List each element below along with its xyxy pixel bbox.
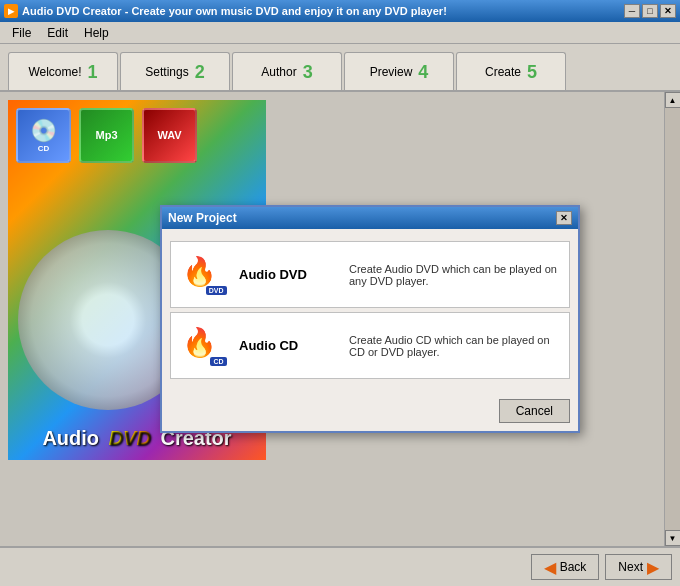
back-arrow-icon: ◀ [544, 558, 556, 577]
back-label: Back [560, 560, 587, 574]
tab-author-label: Author [261, 65, 296, 79]
dialog-footer: Cancel [162, 391, 578, 431]
dialog-title: New Project [168, 211, 237, 225]
cd-badge: CD [210, 357, 226, 366]
dvd-flame-icon: 🔥 [182, 255, 217, 288]
main-content: 💿 CD Mp3 WAV Audio DVD Creator ▲ [0, 90, 680, 546]
tab-settings-number: 2 [195, 63, 205, 81]
dialog-overlay: New Project ✕ 🔥 DVD Audio DVD Create Aud… [0, 92, 680, 546]
dialog-content: 🔥 DVD Audio DVD Create Audio DVD which c… [162, 229, 578, 391]
tab-create-label: Create [485, 65, 521, 79]
audio-dvd-description: Create Audio DVD which can be played on … [349, 263, 561, 287]
audio-cd-icon: 🔥 CD [179, 323, 229, 368]
dialog-close-button[interactable]: ✕ [556, 211, 572, 225]
cd-disc-icon: 🔥 CD [182, 326, 227, 366]
menubar: File Edit Help [0, 22, 680, 44]
tab-welcome[interactable]: Welcome! 1 [8, 52, 118, 90]
minimize-button[interactable]: ─ [624, 4, 640, 18]
dvd-badge: DVD [206, 286, 227, 295]
audio-cd-label: Audio CD [239, 338, 339, 353]
bottombar: ◀ Back Next ▶ [0, 546, 680, 586]
audio-dvd-option[interactable]: 🔥 DVD Audio DVD Create Audio DVD which c… [170, 241, 570, 308]
titlebar: ▶ Audio DVD Creator - Create your own mu… [0, 0, 680, 22]
cancel-button[interactable]: Cancel [499, 399, 570, 423]
tab-preview-number: 4 [418, 63, 428, 81]
audio-dvd-label: Audio DVD [239, 267, 339, 282]
titlebar-buttons: ─ □ ✕ [624, 4, 676, 18]
tab-welcome-number: 1 [88, 63, 98, 81]
tab-author-number: 3 [303, 63, 313, 81]
menu-file[interactable]: File [4, 24, 39, 42]
tabbar: Welcome! 1 Settings 2 Author 3 Preview 4… [0, 44, 680, 90]
tab-welcome-label: Welcome! [28, 65, 81, 79]
cd-flame-icon: 🔥 [182, 326, 217, 359]
dialog-titlebar: New Project ✕ [162, 207, 578, 229]
new-project-dialog: New Project ✕ 🔥 DVD Audio DVD Create Aud… [160, 205, 580, 433]
next-label: Next [618, 560, 643, 574]
restore-button[interactable]: □ [642, 4, 658, 18]
titlebar-text: Audio DVD Creator - Create your own musi… [22, 5, 447, 17]
menu-edit[interactable]: Edit [39, 24, 76, 42]
next-button[interactable]: Next ▶ [605, 554, 672, 580]
close-button[interactable]: ✕ [660, 4, 676, 18]
tab-preview-label: Preview [370, 65, 413, 79]
tab-settings-label: Settings [145, 65, 188, 79]
titlebar-title: ▶ Audio DVD Creator - Create your own mu… [4, 4, 447, 18]
menu-help[interactable]: Help [76, 24, 117, 42]
next-arrow-icon: ▶ [647, 558, 659, 577]
app-icon: ▶ [4, 4, 18, 18]
audio-cd-description: Create Audio CD which can be played on C… [349, 334, 561, 358]
tab-create-number: 5 [527, 63, 537, 81]
tab-author[interactable]: Author 3 [232, 52, 342, 90]
tab-create[interactable]: Create 5 [456, 52, 566, 90]
tab-settings[interactable]: Settings 2 [120, 52, 230, 90]
audio-dvd-icon: 🔥 DVD [179, 252, 229, 297]
back-button[interactable]: ◀ Back [531, 554, 600, 580]
dvd-disc-icon: 🔥 DVD [182, 255, 227, 295]
tab-preview[interactable]: Preview 4 [344, 52, 454, 90]
audio-cd-option[interactable]: 🔥 CD Audio CD Create Audio CD which can … [170, 312, 570, 379]
